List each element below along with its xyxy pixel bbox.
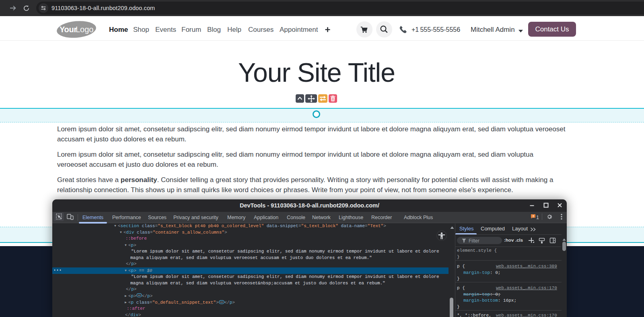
svg-text:Logo: Logo: [76, 25, 94, 34]
svg-text:Your: Your: [60, 25, 77, 34]
